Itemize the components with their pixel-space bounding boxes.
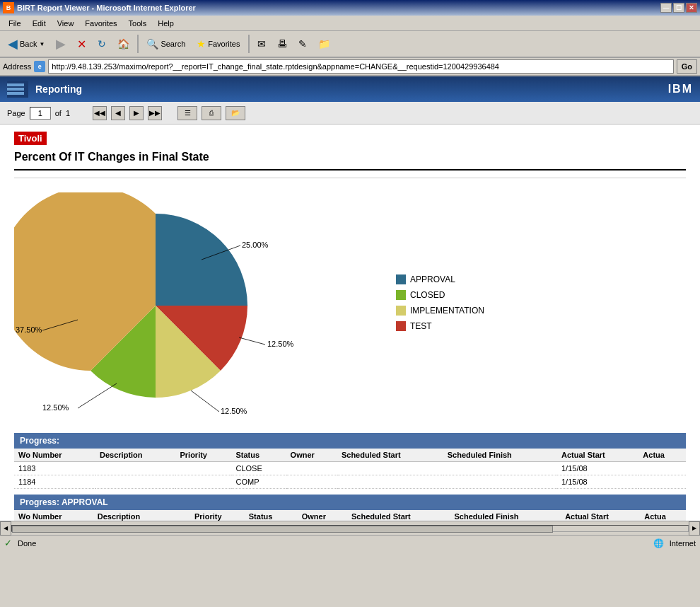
col-status-2: Status <box>245 510 298 521</box>
status-bar: ✓ Done 🌐 Internet <box>0 535 700 550</box>
minimize-button[interactable]: — <box>660 3 672 13</box>
menu-bar: File Edit View Favorites Tools Help <box>0 16 700 31</box>
cell-sched-finish-1184 <box>443 475 557 489</box>
status-done-label: Done <box>18 539 36 548</box>
legend-item-implementation: IMPLEMENTATION <box>396 306 484 316</box>
legend-label-closed: CLOSED <box>410 290 445 300</box>
toolbar: ◀ Back ▼ ▶ ✕ ↻ 🏠 🔍 Search ★ Favorites ✉ … <box>0 31 700 58</box>
scroll-thumb[interactable] <box>12 526 553 533</box>
home-icon: 🏠 <box>117 38 129 50</box>
go-button[interactable]: Go <box>677 59 697 74</box>
separator-1 <box>137 35 139 53</box>
forward-icon: ▶ <box>56 36 66 52</box>
print-button[interactable]: 🖶 <box>272 33 292 54</box>
section-progress: Progress: Wo Number Description Priority… <box>14 433 686 489</box>
page-total-label: 1 <box>66 109 70 117</box>
page-icon: e <box>34 61 45 72</box>
forward-button[interactable]: ▶ <box>51 33 71 54</box>
col-description: Description <box>95 449 175 462</box>
stop-icon: ✕ <box>77 37 86 51</box>
last-page-button[interactable]: ▶▶ <box>148 106 162 120</box>
scroll-track[interactable] <box>11 525 689 532</box>
scroll-left-button[interactable]: ◀ <box>0 521 11 536</box>
stop-button[interactable]: ✕ <box>72 33 91 54</box>
reporting-logo <box>7 81 28 98</box>
mail-button[interactable]: ✉ <box>252 33 271 54</box>
label-12-50-right: 12.50% <box>267 340 294 348</box>
legend-color-implementation <box>396 306 406 316</box>
legend-item-approval: APPROVAL <box>396 274 484 284</box>
dropdown-icon: ▼ <box>39 41 45 47</box>
back-button[interactable]: ◀ Back ▼ <box>3 33 49 54</box>
menu-help[interactable]: Help <box>152 18 180 29</box>
print-report-button[interactable]: ⎙ <box>202 106 221 120</box>
report-title: Percent Of IT Changes in Final State <box>14 151 686 170</box>
reporting-title: Reporting <box>35 83 82 95</box>
favorites-button[interactable]: ★ Favorites <box>192 33 245 54</box>
table-view-button[interactable]: ☰ <box>177 106 197 120</box>
next-page-button[interactable]: ▶ <box>129 106 144 120</box>
cell-desc-1183 <box>95 462 175 475</box>
cell-owner-1183 <box>286 462 337 475</box>
scroll-right-button[interactable]: ▶ <box>689 521 700 536</box>
col-priority-2: Priority <box>190 510 245 521</box>
folder-button[interactable]: 📁 <box>313 33 335 54</box>
address-label: Address <box>3 62 31 71</box>
prev-page-button[interactable]: ◀ <box>111 106 125 120</box>
back-label: Back <box>20 40 37 48</box>
section-header-approval: Progress: APPROVAL <box>14 495 686 510</box>
page-input[interactable] <box>30 107 51 120</box>
col-actual-finish: Actua <box>638 449 686 462</box>
zone-icon: 🌐 <box>653 538 664 548</box>
cell-sched-start-1184 <box>337 475 443 489</box>
col-sched-start: Scheduled Start <box>337 449 443 462</box>
legend-label-approval: APPROVAL <box>410 274 455 284</box>
legend-color-closed <box>396 290 406 300</box>
ibm-logo: IBM <box>668 83 693 96</box>
col-owner: Owner <box>286 449 337 462</box>
col-description-2: Description <box>93 510 190 521</box>
menu-favorites[interactable]: Favorites <box>79 18 122 29</box>
refresh-icon: ↻ <box>98 38 106 50</box>
horizontal-scrollbar[interactable]: ◀ ▶ <box>0 521 700 535</box>
menu-view[interactable]: View <box>52 18 80 29</box>
window-controls: — ☐ ✕ <box>660 3 697 13</box>
svg-line-1 <box>239 337 265 345</box>
main-content[interactable]: Tivoli Percent Of IT Changes in Final St… <box>0 125 700 521</box>
maximize-button[interactable]: ☐ <box>673 3 684 13</box>
legend-label-implementation: IMPLEMENTATION <box>410 306 484 316</box>
col-sched-finish-2: Scheduled Finish <box>450 510 561 521</box>
col-sched-start-2: Scheduled Start <box>347 510 450 521</box>
menu-tools[interactable]: Tools <box>123 18 153 29</box>
close-button[interactable]: ✕ <box>686 3 697 13</box>
legend-item-closed: CLOSED <box>396 290 484 300</box>
address-input[interactable] <box>48 59 673 74</box>
menu-edit[interactable]: Edit <box>27 18 52 29</box>
svg-line-3 <box>78 383 117 408</box>
mail-icon: ✉ <box>257 38 266 50</box>
cell-actual-finish-1183 <box>638 462 686 475</box>
cell-status-1183: CLOSE <box>231 462 286 475</box>
label-12-50-bottom: 12.50% <box>221 407 247 415</box>
label-25: 25.00% <box>242 241 269 249</box>
col-priority: Priority <box>175 449 231 462</box>
first-page-button[interactable]: ◀◀ <box>93 106 107 120</box>
export-button[interactable]: 📂 <box>226 106 245 120</box>
chart-legend: APPROVAL CLOSED IMPLEMENTATION TEST <box>396 274 484 337</box>
edit-button[interactable]: ✎ <box>293 33 312 54</box>
home-button[interactable]: 🏠 <box>112 33 134 54</box>
report-toolbar: Page of 1 ◀◀ ◀ ▶ ▶▶ ☰ ⎙ 📂 <box>0 102 700 125</box>
legend-item-test: TEST <box>396 321 484 331</box>
col-status: Status <box>231 449 286 462</box>
svg-line-2 <box>191 391 219 412</box>
search-button[interactable]: 🔍 Search <box>141 33 190 54</box>
refresh-button[interactable]: ↻ <box>93 33 111 54</box>
label-37-50: 37.50% <box>16 325 42 334</box>
approval-table: Wo Number Description Priority Status Ow… <box>14 510 686 521</box>
chart-area: 25.00% 12.50% 12.50% 12.50% <box>14 192 686 419</box>
cell-actual-finish-1184 <box>638 475 686 489</box>
cell-wo-1184: 1184 <box>14 475 95 489</box>
approval-table-header: Wo Number Description Priority Status Ow… <box>14 510 686 521</box>
cell-actual-start-1184: 1/15/08 <box>557 475 638 489</box>
menu-file[interactable]: File <box>3 18 27 29</box>
